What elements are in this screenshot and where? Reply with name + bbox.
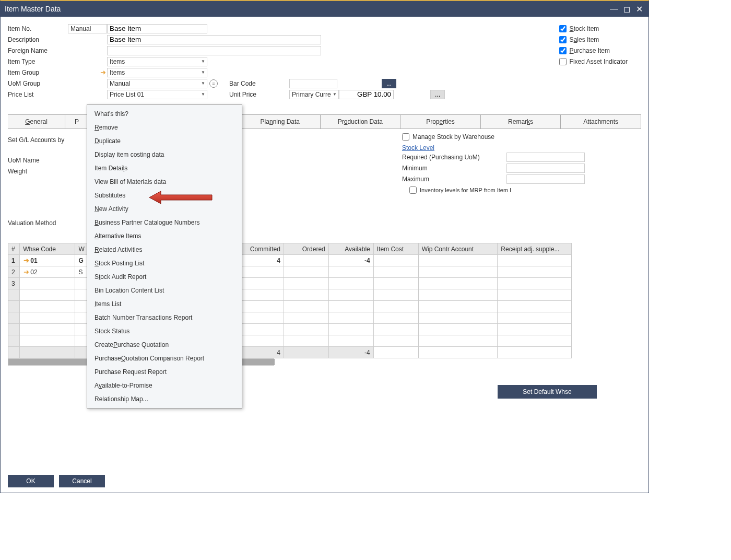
minimum-input[interactable] <box>506 164 585 173</box>
col-wip[interactable]: Wip Contr Account <box>418 243 498 255</box>
inv-levels-label: Inventory levels for MRP from Item l <box>420 187 511 193</box>
tab-attachments[interactable]: Attachments <box>561 115 641 129</box>
minimize-icon[interactable]: — <box>609 4 619 14</box>
context-create-po-quotation[interactable]: Create Purchase Quotation <box>87 338 242 352</box>
maximize-icon[interactable]: ◻ <box>621 4 632 14</box>
unit-price-more-button[interactable]: ... <box>430 90 445 99</box>
context-whats-this[interactable]: What's this? <box>87 107 242 121</box>
link-arrow-icon[interactable]: ➜ <box>23 256 29 264</box>
context-display-costing[interactable]: Display item costing data <box>87 148 242 161</box>
bar-code-label: Bar Code <box>229 80 271 87</box>
context-duplicate[interactable]: Duplicate <box>87 134 242 148</box>
context-stock-audit[interactable]: Stock Audit Report <box>87 270 242 284</box>
set-default-whse-button[interactable]: Set Default Whse <box>498 385 597 399</box>
cancel-button[interactable]: Cancel <box>59 475 105 487</box>
maximum-label: Maximum <box>402 176 506 183</box>
manage-stock-label: Manage Stock by Warehouse <box>412 133 494 141</box>
context-po-quotation-compare[interactable]: Purchase Quotation Comparison Report <box>87 352 242 365</box>
item-type-dropdown[interactable]: Items <box>107 57 207 66</box>
tab-planning-data[interactable]: Planning Data <box>240 115 321 129</box>
col-ordered[interactable]: Ordered <box>284 243 328 255</box>
required-uom-label: Required (Purchasing UoM) <box>402 154 506 161</box>
context-relationship-map[interactable]: Relationship Map... <box>87 392 242 406</box>
context-stock-status[interactable]: Stock Status <box>87 324 242 338</box>
context-menu: What's this? Remove Duplicate Display it… <box>87 104 242 409</box>
item-no-input[interactable] <box>107 24 207 33</box>
uom-group-dropdown[interactable]: Manual <box>107 79 207 88</box>
foreign-name-input[interactable] <box>107 46 321 55</box>
description-input[interactable] <box>107 35 321 44</box>
foreign-name-label: Foreign Name <box>8 47 68 54</box>
item-type-label: Item Type <box>8 58 68 65</box>
context-new-activity[interactable]: New Activity <box>87 202 242 216</box>
col-item-cost[interactable]: Item Cost <box>373 243 418 255</box>
context-view-bom[interactable]: View Bill of Materials data <box>87 175 242 189</box>
manage-stock-checkbox[interactable] <box>402 133 409 141</box>
item-no-label: Item No. <box>8 25 68 32</box>
bar-code-more-button[interactable]: ... <box>382 79 396 88</box>
uom-group-label: UoM Group <box>8 80 68 87</box>
manual-box[interactable]: Manual <box>68 24 107 33</box>
bar-code-input[interactable] <box>289 79 337 88</box>
context-remove[interactable]: Remove <box>87 121 242 134</box>
link-arrow-icon[interactable]: ➜ <box>100 68 106 76</box>
uom-detail-icon[interactable]: ≡ <box>209 79 218 88</box>
maximum-input[interactable] <box>506 174 585 184</box>
tab-remarks[interactable]: Remarks <box>481 115 561 129</box>
col-available[interactable]: Available <box>328 243 373 255</box>
context-substitutes[interactable]: Substitutes <box>87 189 242 202</box>
item-group-dropdown[interactable]: Items <box>107 68 207 77</box>
context-item-details[interactable]: Item Details <box>87 161 242 175</box>
context-bp-catalogue[interactable]: Business Partner Catalogue Numbers <box>87 216 242 229</box>
item-group-label: Item Group <box>8 69 68 76</box>
tab-properties[interactable]: Properties <box>400 115 481 129</box>
unit-price-currency-dropdown[interactable]: Primary Curre <box>289 90 339 99</box>
sales-item-checkbox[interactable] <box>559 36 567 43</box>
window-title: Item Master Data <box>5 5 61 13</box>
stock-level-link[interactable]: Stock Level <box>402 144 585 151</box>
unit-price-input[interactable] <box>339 90 394 99</box>
ok-button[interactable]: OK <box>8 475 54 487</box>
price-list-dropdown[interactable]: Price List 01 <box>107 90 207 99</box>
purchase-item-checkbox[interactable] <box>559 47 567 54</box>
link-arrow-icon[interactable]: ➜ <box>23 268 29 276</box>
stock-item-checkbox[interactable] <box>559 25 567 32</box>
context-batch-report[interactable]: Batch Number Transactions Report <box>87 311 242 324</box>
required-uom-input[interactable] <box>506 153 585 162</box>
price-list-label: Price List <box>8 91 68 98</box>
col-receipt[interactable]: Receipt adj. supple... <box>498 243 572 255</box>
context-atp[interactable]: Available-to-Promise <box>87 379 242 392</box>
context-stock-posting[interactable]: Stock Posting List <box>87 256 242 270</box>
minimum-label: Minimum <box>402 165 506 172</box>
tab-general[interactable]: General <box>8 115 65 129</box>
col-num: # <box>8 243 20 255</box>
fixed-asset-label: Fixed Asset Indicator <box>570 58 628 65</box>
uom-name-label: UoM Name <box>8 157 86 164</box>
close-icon[interactable]: ✕ <box>634 4 644 14</box>
context-related-activities[interactable]: Related Activities <box>87 243 242 256</box>
valuation-method-label: Valuation Method <box>8 219 86 227</box>
context-alternative-items[interactable]: Alternative Items <box>87 229 242 243</box>
col-whse-code[interactable]: Whse Code <box>20 243 75 255</box>
context-bin-location[interactable]: Bin Location Content List <box>87 284 242 297</box>
tab-production-data[interactable]: Production Data <box>321 115 401 129</box>
weight-label: Weight <box>8 168 86 175</box>
context-purchase-request[interactable]: Purchase Request Report <box>87 365 242 379</box>
context-items-list[interactable]: Items List <box>87 297 242 311</box>
tab-p[interactable]: P <box>65 115 89 129</box>
unit-price-label: Unit Price <box>229 91 271 98</box>
inv-levels-checkbox[interactable] <box>409 186 417 194</box>
title-bar: Item Master Data — ◻ ✕ <box>1 1 649 17</box>
fixed-asset-checkbox[interactable] <box>559 58 567 65</box>
description-label: Description <box>8 36 68 43</box>
set-gl-label: Set G/L Accounts by <box>8 136 86 144</box>
